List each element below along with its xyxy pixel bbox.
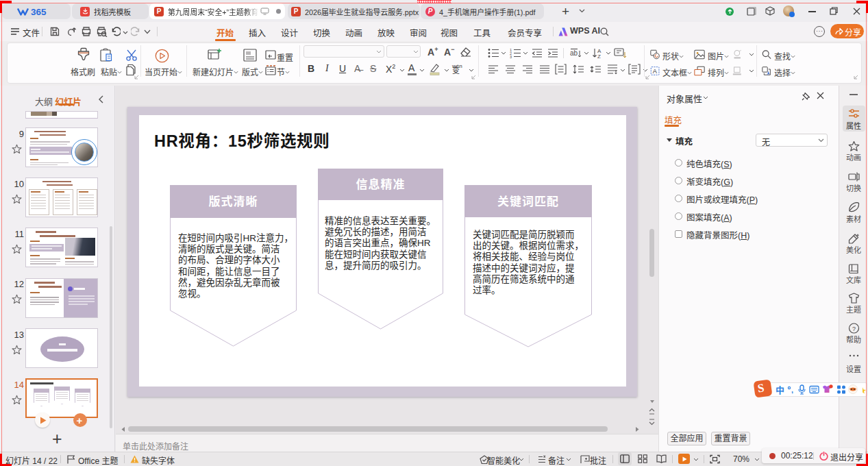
svg-text:关键词匹配: 关键词匹配: [497, 195, 559, 208]
svg-text:ab: ab: [570, 49, 578, 57]
svg-text:A: A: [653, 68, 658, 75]
svg-text:Z: Z: [597, 53, 601, 59]
svg-text:365: 365: [31, 7, 47, 17]
svg-text:中: 中: [776, 385, 784, 395]
svg-text:,: ,: [791, 386, 793, 394]
svg-text:?: ?: [852, 326, 856, 332]
svg-text:版式清晰: 版式清晰: [209, 195, 258, 208]
svg-text:3: 3: [510, 55, 512, 58]
svg-text:信息精准: 信息精准: [356, 177, 406, 191]
